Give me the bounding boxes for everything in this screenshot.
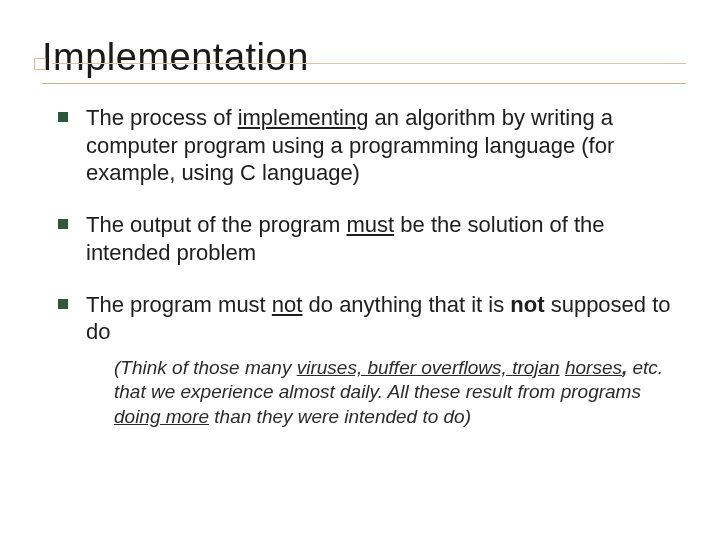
bullet-underlined: implementing <box>238 105 369 130</box>
bullet-underlined: not <box>272 292 303 317</box>
accent-line <box>52 63 686 64</box>
bullet-subtext: (Think of those many viruses, buffer ove… <box>114 356 676 429</box>
accent-square-icon <box>34 58 46 70</box>
sub-underlined: viruses, buffer overflows, <box>297 357 512 378</box>
sub-underlined: trojan <box>512 357 560 378</box>
sub-text: (Think of those many <box>114 357 297 378</box>
sub-underlined: horses <box>565 357 622 378</box>
sub-text: than they were intended to do) <box>209 406 471 427</box>
title-underline <box>42 83 686 84</box>
bullet-list: The process of implementing an algorithm… <box>36 104 684 429</box>
bullet-text: do anything that it is <box>302 292 510 317</box>
bullet-underlined: must <box>347 212 395 237</box>
bullet-item: The process of implementing an algorithm… <box>58 104 676 187</box>
sub-underlined: doing more <box>114 406 209 427</box>
top-accent <box>34 58 686 70</box>
bullet-bold: not <box>510 292 544 317</box>
bullet-text: The program must <box>86 292 272 317</box>
bullet-item: The program must not do anything that it… <box>58 291 676 429</box>
bullet-item: The output of the program must be the so… <box>58 211 676 266</box>
slide: Implementation The process of implementi… <box>0 36 720 540</box>
bullet-text: The process of <box>86 105 238 130</box>
bullet-text: The output of the program <box>86 212 347 237</box>
